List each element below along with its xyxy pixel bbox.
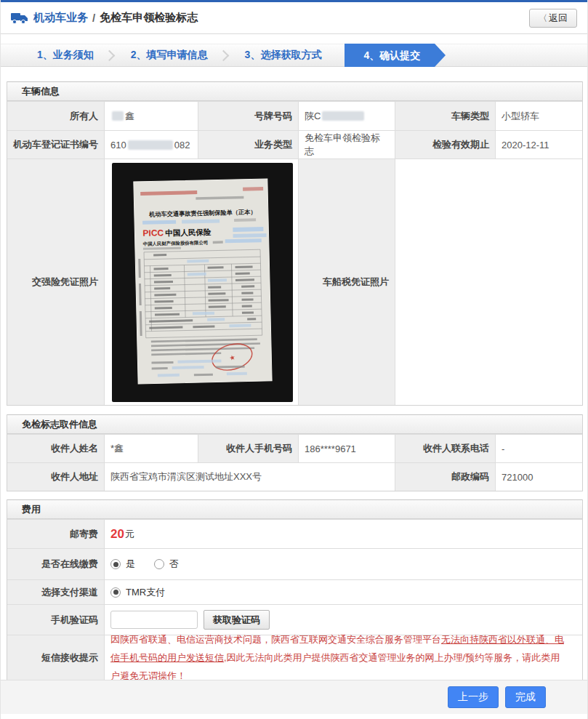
- breadcrumb-current: 免检车申领检验标志: [100, 11, 198, 25]
- redaction-blur: [112, 111, 124, 121]
- fee-section: 费用 邮寄费 20 元 是否在线缴费 是 否 选择支付渠道 TMR支付: [7, 499, 583, 680]
- back-button[interactable]: 〈返回: [529, 9, 577, 28]
- photo-brand-picc: PICC: [142, 228, 164, 238]
- postage-label: 邮寄费: [7, 520, 104, 548]
- postage-value: 20 元: [104, 520, 582, 548]
- pay-channel-row: 选择支付渠道 TMR支付: [7, 579, 582, 604]
- sms-notice-cell: 因陕西省联通、电信运营商技术问题，陕西省互联网交通安全综合服务管理平台无法向持陕…: [104, 635, 582, 680]
- recipient-phone-value: 186****9671: [298, 435, 395, 462]
- registration-no-label: 机动车登记证书编号: [7, 131, 104, 158]
- redaction-blur: [322, 111, 364, 121]
- plate-label: 号牌号码: [198, 102, 298, 130]
- plate-value: 陕C: [298, 102, 395, 130]
- radio-yes-label[interactable]: 是: [126, 558, 135, 571]
- truck-icon: [11, 12, 28, 25]
- tax-photo-cell-empty: [395, 159, 582, 405]
- postage-unit: 元: [125, 528, 134, 541]
- back-chevron-icon: 〈: [539, 13, 547, 23]
- zip-code-value: 721000: [495, 463, 582, 491]
- table-row: 收件人地址 陕西省宝鸡市渭滨区测试地址XXX号 邮政编码 721000: [7, 462, 582, 491]
- page-title: 机动车业务: [33, 11, 88, 25]
- page: 机动车业务 / 免检车申领检验标志 〈返回 1、业务须知 2、填写申请信息 3、…: [0, 0, 588, 719]
- pickup-section-title: 免检标志取件信息: [7, 414, 582, 434]
- sms-notice-label: 短信接收提示: [7, 635, 104, 680]
- insurance-certificate-photo[interactable]: 机动车交通事故责任强制保险单（正本） PICC 中国人民保险 中国人民财产保险股…: [112, 163, 293, 402]
- vehicle-info-section: 车辆信息 所有人 鑫 号牌号码 陕C 车辆类型 小型轿车 机动车登记证书编号 6…: [7, 81, 583, 406]
- insurance-photo-label: 交强险凭证照片: [7, 159, 104, 405]
- step-4-confirm-submit: 4、确认提交: [345, 44, 435, 67]
- breadcrumb-separator: /: [92, 12, 95, 24]
- page-header: 机动车业务 / 免检车申领检验标志 〈返回: [1, 2, 587, 34]
- valid-until-label: 检验有效期止: [395, 131, 495, 158]
- pay-channel-options: TMR支付: [104, 580, 582, 604]
- postage-row: 邮寄费 20 元: [7, 519, 582, 548]
- business-type-label: 业务类型: [198, 131, 298, 158]
- registration-no-value: 610082: [104, 131, 198, 158]
- sms-code-label: 手机验证码: [7, 605, 104, 635]
- radio-yes[interactable]: [110, 559, 121, 569]
- recipient-phone-label: 收件人手机号码: [198, 435, 298, 462]
- online-pay-options: 是 否: [104, 549, 582, 579]
- owner-label: 所有人: [7, 102, 104, 130]
- recipient-name-value: *鑫: [104, 435, 198, 462]
- online-pay-row: 是否在线缴费 是 否: [7, 548, 582, 579]
- recipient-address-label: 收件人地址: [7, 463, 104, 491]
- table-row: 所有人 鑫 号牌号码 陕C 车辆类型 小型轿车: [7, 101, 582, 130]
- owner-value: 鑫: [104, 102, 198, 130]
- insurance-photo-cell: 机动车交通事故责任强制保险单（正本） PICC 中国人民保险 中国人民财产保险股…: [104, 159, 298, 405]
- done-button[interactable]: 完成: [505, 686, 546, 708]
- recipient-tel-label: 收件人联系电话: [395, 435, 495, 462]
- step-3-choose-method: 3、选择获取方式: [229, 49, 338, 62]
- recipient-name-label: 收件人姓名: [7, 435, 104, 462]
- pay-channel-label: 选择支付渠道: [7, 580, 104, 604]
- photo-row: 交强险凭证照片 机动车交通事故责任强制保险单（正本）: [7, 158, 582, 405]
- footer-action-bar: 上一步 完成: [1, 680, 587, 714]
- business-type-value: 免检车申领检验标志: [298, 131, 395, 158]
- step-1-notice: 1、业务须知: [21, 49, 110, 62]
- valid-until-value: 2020-12-11: [495, 131, 582, 158]
- photo-brand-cn: 中国人民保险: [165, 228, 212, 237]
- vehicle-type-value: 小型轿车: [495, 102, 582, 130]
- radio-tmr-pay-label[interactable]: TMR支付: [126, 586, 165, 599]
- radio-no[interactable]: [154, 559, 164, 569]
- recipient-address-value: 陕西省宝鸡市渭滨区测试地址XXX号: [104, 463, 395, 491]
- pickup-info-section: 免检标志取件信息 收件人姓名 *鑫 收件人手机号码 186****9671 收件…: [7, 414, 583, 491]
- vehicle-section-title: 车辆信息: [7, 81, 582, 101]
- postage-amount: 20: [110, 527, 124, 542]
- step-wizard: 1、业务须知 2、填写申请信息 3、选择获取方式 4、确认提交: [1, 44, 587, 67]
- fee-section-title: 费用: [7, 499, 582, 519]
- vehicle-type-label: 车辆类型: [395, 102, 495, 130]
- radio-tmr-pay[interactable]: [110, 587, 121, 598]
- recipient-tel-value: -: [495, 435, 582, 462]
- radio-no-label[interactable]: 否: [169, 558, 179, 571]
- sms-notice-row: 短信接收提示 因陕西省联通、电信运营商技术问题，陕西省互联网交通安全综合服务管理…: [7, 635, 582, 680]
- back-label: 返回: [549, 12, 568, 23]
- step-2-fill-info: 2、填写申请信息: [115, 49, 224, 62]
- tax-photo-label: 车船税凭证照片: [298, 159, 395, 405]
- table-row: 收件人姓名 *鑫 收件人手机号码 186****9671 收件人联系电话 -: [7, 434, 582, 462]
- previous-step-button[interactable]: 上一步: [448, 686, 499, 708]
- table-row: 机动车登记证书编号 610082 业务类型 免检车申领检验标志 检验有效期止 2…: [7, 130, 582, 158]
- zip-code-label: 邮政编码: [395, 463, 495, 491]
- redaction-blur: [128, 140, 173, 150]
- online-pay-label: 是否在线缴费: [7, 549, 104, 579]
